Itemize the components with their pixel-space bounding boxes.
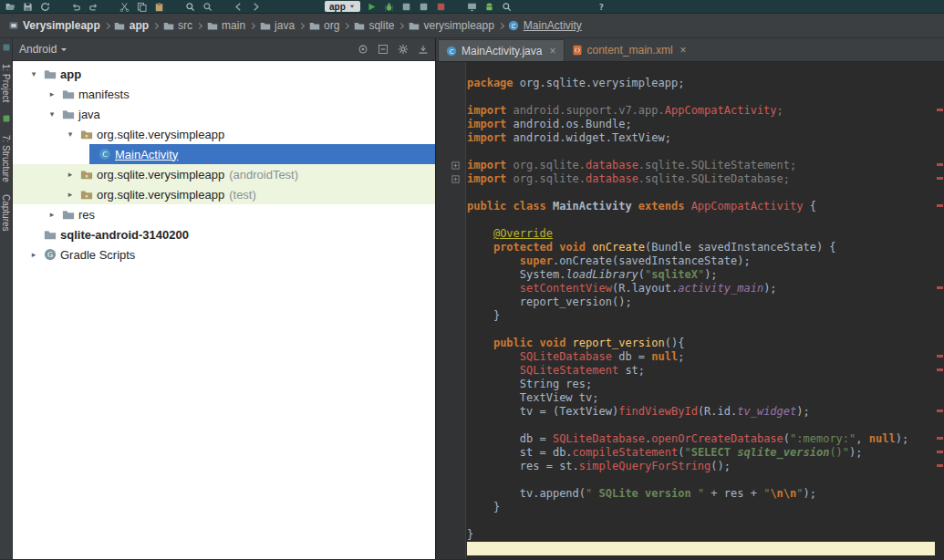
breadcrumb-item-mainactivity[interactable]: CMainActivity (506, 18, 584, 33)
error-stripe-mark[interactable] (937, 451, 943, 453)
breadcrumb-separator-icon (298, 22, 305, 28)
find-icon[interactable] (184, 1, 195, 12)
collapse-all-icon[interactable] (377, 44, 389, 56)
breadcrumb-item-java[interactable]: java (257, 18, 296, 33)
error-stripe-mark[interactable] (937, 177, 943, 180)
toolbar-gap (219, 6, 226, 7)
class-icon: C (98, 147, 112, 161)
tree-item-manifests[interactable]: ▸manifests (13, 84, 435, 104)
tree-item-java[interactable]: ▾java (13, 104, 435, 124)
sync-project-icon[interactable] (39, 1, 50, 12)
error-stripe-mark[interactable] (937, 368, 943, 371)
error-stripe-mark[interactable] (937, 204, 943, 207)
copy-icon[interactable] (136, 1, 147, 12)
close-tab-icon[interactable]: × (680, 44, 687, 57)
open-project-icon[interactable] (5, 1, 16, 12)
run-with-coverage-icon[interactable] (401, 1, 412, 12)
tree-item-app[interactable]: ▾app (13, 64, 435, 84)
redo-icon[interactable] (88, 1, 99, 12)
hide-panel-icon[interactable] (417, 44, 429, 56)
expand-arrow-icon[interactable]: ▸ (27, 250, 40, 259)
breadcrumb-item-app[interactable]: app (112, 18, 150, 33)
breadcrumb-label: app (130, 19, 149, 32)
run-configuration-selector[interactable]: app (325, 1, 360, 12)
tab-label: content_main.xml (587, 44, 673, 57)
folder-icon (353, 20, 365, 32)
code-line: report_version(); (467, 296, 935, 309)
tool-button-7-structure[interactable]: 7: Structure (1, 135, 11, 182)
tree-item-res[interactable]: ▸res (13, 204, 435, 224)
breadcrumb-item-src[interactable]: src (161, 18, 194, 33)
error-stripe-mark[interactable] (937, 109, 943, 111)
toolbar-gap (105, 6, 112, 7)
breadcrumb-item-org[interactable]: org (306, 18, 341, 33)
tree-item-gradle-scripts[interactable]: ▸GGradle Scripts (13, 244, 435, 264)
toolbar-gap (267, 6, 318, 7)
code-line: import org.sqlite.database.sqlite.SQLite… (467, 172, 935, 186)
expand-arrow-icon[interactable]: ▾ (64, 130, 77, 139)
editor-tab-mainactivity-java[interactable]: CMainActivity.java× (438, 39, 565, 61)
expand-arrow-icon[interactable]: ▸ (46, 89, 58, 99)
debug-icon[interactable] (384, 1, 395, 12)
editor-scrollbar[interactable] (935, 62, 944, 559)
breadcrumb-label: verysimpleapp (423, 19, 493, 32)
fold-marker-icon[interactable] (451, 174, 460, 183)
module-icon (7, 20, 19, 32)
search-everywhere-icon[interactable] (502, 1, 513, 12)
tab-label: MainActivity.java (462, 45, 542, 57)
tree-item-content: ▸org.sqlite.verysimpleapp (test) (13, 187, 256, 202)
avd-manager-icon[interactable] (467, 1, 478, 12)
tree-item-label: org.sqlite.verysimpleapp (97, 188, 224, 202)
tool-button-captures[interactable]: Captures (1, 194, 11, 232)
code-editor[interactable]: package org.sqlite.verysimpleapp;import … (467, 77, 935, 542)
expand-arrow-icon[interactable]: ▾ (27, 69, 40, 78)
code-line: res = st.simpleQueryForString(); (467, 460, 935, 473)
expand-arrow-icon[interactable]: ▸ (64, 170, 77, 179)
settings-gear-icon[interactable] (397, 44, 409, 56)
tree-item-mainactivity[interactable]: CMainActivity (13, 144, 435, 164)
stop-icon[interactable] (436, 1, 447, 12)
code-line: SQLiteStatement st; (467, 364, 935, 378)
tool-button-1-project[interactable]: 1: Project (1, 64, 11, 102)
cut-icon[interactable] (119, 1, 130, 12)
breadcrumb-item-verysimpleapp[interactable]: Verysimpleapp (5, 18, 102, 33)
breadcrumb-item-sqlite[interactable]: sqlite (351, 18, 396, 33)
replace-icon[interactable] (202, 1, 213, 12)
breadcrumb-label: Verysimpleapp (23, 19, 100, 32)
expand-arrow-icon[interactable]: ▸ (64, 190, 77, 199)
run-icon[interactable] (367, 1, 378, 12)
paste-icon[interactable] (153, 1, 164, 12)
save-all-icon[interactable] (22, 1, 33, 12)
project-view-selector[interactable]: Android (19, 43, 67, 56)
back-icon[interactable] (233, 1, 244, 12)
error-stripe-mark[interactable] (937, 464, 943, 467)
profile-icon[interactable] (419, 1, 430, 12)
close-tab-icon[interactable]: × (549, 45, 555, 57)
fold-marker-icon[interactable] (451, 161, 460, 170)
locate-file-icon[interactable] (357, 44, 368, 56)
code-line: tv = (TextView)findViewById(R.id.tv_widg… (467, 405, 935, 419)
breadcrumb-item-main[interactable]: main (204, 18, 247, 33)
help-icon[interactable]: ? (596, 1, 607, 12)
code-line (467, 473, 935, 487)
code-line: setContentView(R.layout.activity_main); (467, 282, 935, 296)
error-stripe-mark[interactable] (937, 410, 943, 412)
tree-item-sqlite-android-3140200[interactable]: sqlite-android-3140200 (13, 224, 435, 244)
error-stripe-mark[interactable] (937, 163, 943, 166)
breadcrumb-item-verysimpleapp[interactable]: verysimpleapp (406, 18, 495, 33)
breadcrumb-separator-icon (249, 22, 255, 28)
error-stripe-mark[interactable] (937, 355, 943, 358)
editor-tab-content-main-xml[interactable]: content_main.xml× (565, 39, 694, 61)
error-stripe-mark[interactable] (937, 437, 943, 440)
error-stripe-mark[interactable] (937, 286, 943, 289)
tree-item-org-sqlite-verysimpleapp-androidtest[interactable]: ▸org.sqlite.verysimpleapp (androidTest) (13, 164, 435, 184)
tree-item-org-sqlite-verysimpleapp-test[interactable]: ▸org.sqlite.verysimpleapp (test) (13, 184, 435, 204)
forward-icon[interactable] (250, 1, 261, 12)
sdk-manager-icon[interactable] (484, 1, 495, 12)
expand-arrow-icon[interactable]: ▾ (46, 109, 58, 119)
undo-icon[interactable] (70, 1, 81, 12)
tree-item-org-sqlite-verysimpleapp[interactable]: ▾org.sqlite.verysimpleapp (13, 124, 435, 144)
code-line: String res; (467, 378, 935, 391)
expand-arrow-icon[interactable]: ▸ (46, 210, 58, 219)
run-config-label: app (329, 2, 346, 12)
